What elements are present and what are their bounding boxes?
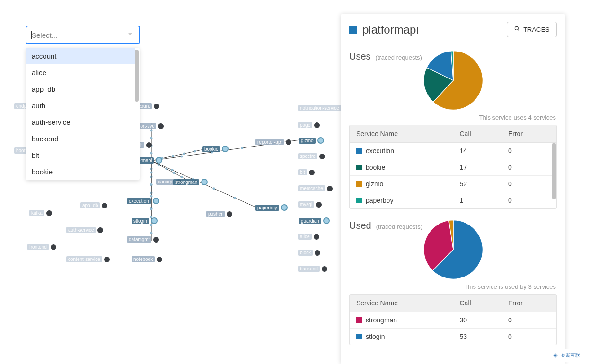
select-option[interactable]: bookie <box>26 164 135 180</box>
select-option[interactable]: auth-service <box>26 114 135 130</box>
graph-node-label: frontend <box>27 244 49 250</box>
graph-node-dot <box>227 211 232 217</box>
graph-node-dot <box>319 154 325 159</box>
service-name: strongman <box>366 316 397 324</box>
graph-node-dot <box>153 198 159 204</box>
select-control[interactable]: Select... <box>26 26 140 44</box>
graph-node[interactable]: guardian <box>299 217 330 224</box>
graph-node[interactable]: strongman <box>173 179 208 185</box>
select-option[interactable]: app_db <box>26 81 135 97</box>
graph-node[interactable]: notebook <box>132 256 162 262</box>
graph-node-label: strongman <box>173 179 199 185</box>
service-select[interactable]: Select... accountaliceapp_dbauthauth-ser… <box>26 26 140 180</box>
graph-node[interactable]: bookie <box>202 146 229 152</box>
graph-node-dot <box>314 234 319 240</box>
service-color-swatch <box>356 165 362 170</box>
select-separator <box>122 30 122 40</box>
graph-node[interactable]: auth-service <box>66 227 103 233</box>
graph-node[interactable]: kafka <box>29 210 52 216</box>
graph-node[interactable]: page <box>298 122 320 128</box>
call-count: 52 <box>453 176 501 192</box>
graph-node-label: spectre <box>298 153 317 159</box>
table-row[interactable]: paperboy10 <box>350 192 556 208</box>
table-row[interactable]: execution140 <box>350 143 556 159</box>
table-row[interactable]: bookie170 <box>350 159 556 176</box>
select-option[interactable]: account <box>26 48 135 64</box>
graph-node[interactable]: reporter-api <box>255 139 291 145</box>
graph-node-label: execution <box>127 198 151 204</box>
traces-button[interactable]: TRACES <box>507 22 557 37</box>
graph-node[interactable]: spectre <box>298 153 325 159</box>
table-row[interactable]: gizmo520 <box>350 176 556 192</box>
table-row[interactable]: strongman300 <box>350 312 556 329</box>
graph-node-label: gizmo <box>299 138 316 144</box>
svg-point-36 <box>150 130 153 132</box>
graph-node[interactable]: frontend <box>27 244 56 250</box>
graph-node[interactable]: memcache <box>298 185 333 191</box>
graph-node-dot <box>104 257 110 262</box>
graph-node-dot <box>314 122 320 128</box>
select-option[interactable]: auth <box>26 97 135 114</box>
table-header: Call <box>453 295 501 312</box>
graph-node-dot <box>158 123 164 129</box>
call-count: 17 <box>453 159 501 176</box>
graph-node[interactable]: datamgmt <box>127 236 159 243</box>
graph-node-dot <box>156 157 162 164</box>
graph-node[interactable]: app_db <box>80 202 107 208</box>
used-heading: Used <box>349 220 371 231</box>
error-count: 0 <box>501 159 556 176</box>
graph-node-dot <box>157 257 162 262</box>
table-header: Error <box>501 125 556 143</box>
graph-node-label: notebook <box>132 256 155 262</box>
graph-node[interactable]: pusher <box>206 211 232 217</box>
graph-node[interactable]: alice <box>298 234 319 240</box>
call-count: 53 <box>453 329 501 345</box>
table-row[interactable]: stlogin530 <box>350 329 556 345</box>
graph-node[interactable]: paperboy <box>255 204 288 211</box>
select-menu[interactable]: accountaliceapp_dbauthauth-servicebacken… <box>26 48 140 180</box>
watermark-logo: 创新互联 <box>545 349 587 362</box>
graph-node-dot <box>315 250 320 256</box>
service-name: bookie <box>366 164 385 171</box>
used-caption: This service is used by 3 services <box>464 283 556 290</box>
graph-node-dot <box>323 217 330 224</box>
graph-node[interactable]: blt <box>298 169 315 175</box>
graph-node-dot <box>153 237 159 243</box>
table-header: Service Name <box>350 295 453 312</box>
select-scrollbar[interactable] <box>135 50 139 102</box>
select-option[interactable]: backend <box>26 130 135 147</box>
call-count: 1 <box>453 192 501 208</box>
error-count: 0 <box>501 176 556 192</box>
graph-node[interactable]: gizmo <box>299 137 324 144</box>
graph-node[interactable]: content-service <box>66 256 110 262</box>
graph-node-dot <box>322 266 327 272</box>
svg-point-13 <box>173 172 176 174</box>
select-placeholder: Select... <box>31 31 118 39</box>
graph-node-label: boot <box>14 147 27 154</box>
graph-node[interactable]: block <box>298 250 320 256</box>
select-option[interactable]: blt <box>26 147 135 164</box>
service-color-swatch <box>356 198 362 203</box>
svg-point-33 <box>150 224 153 226</box>
uses-section: Uses (traced requests) This service uses… <box>341 44 565 209</box>
service-name: execution <box>366 147 394 155</box>
graph-node-label: kafka <box>29 210 44 216</box>
graph-node-label: app_db <box>80 202 100 208</box>
chevron-down-icon[interactable] <box>126 30 134 40</box>
graph-node-label: canary <box>156 179 174 185</box>
uses-pie-chart <box>422 50 484 111</box>
graph-node-dot <box>286 139 291 145</box>
uses-table-scrollbar[interactable] <box>552 143 556 199</box>
graph-node[interactable]: mysql <box>298 201 322 208</box>
error-count: 0 <box>501 192 556 208</box>
graph-node[interactable]: backend <box>298 266 327 272</box>
error-count: 0 <box>501 143 556 159</box>
error-count: 0 <box>501 329 556 345</box>
select-option[interactable]: alice <box>26 64 135 81</box>
graph-node[interactable]: stlogin <box>132 217 158 224</box>
service-color-swatch <box>356 148 362 154</box>
table-header: Error <box>501 295 556 312</box>
graph-node-dot <box>151 217 158 224</box>
used-pie-chart <box>422 219 484 280</box>
graph-node[interactable]: execution <box>127 198 159 204</box>
